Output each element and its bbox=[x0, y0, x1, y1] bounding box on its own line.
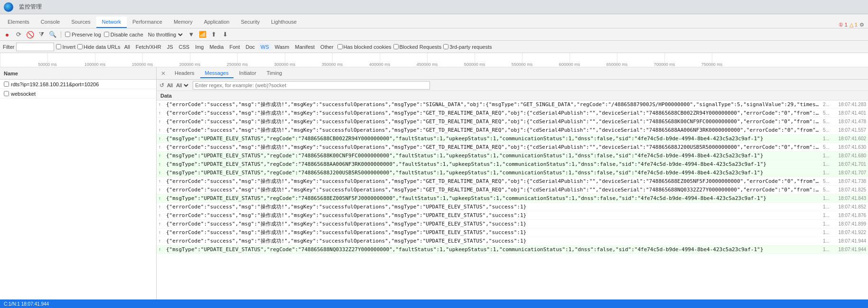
separator-1 bbox=[61, 31, 61, 38]
warning-badge: △ 1 bbox=[849, 22, 858, 28]
filter-input[interactable] bbox=[16, 43, 54, 51]
filter-tag-img[interactable]: Img bbox=[193, 44, 205, 50]
row-arrow: ↑ bbox=[159, 170, 165, 175]
row-content: {"msgType":"UPDATE_ELEV_STATUS","regCode… bbox=[166, 195, 819, 201]
row-length: 5... bbox=[820, 119, 830, 124]
data-row[interactable]: ↑{"errorCode":"success","msg":"操作成功!","m… bbox=[157, 177, 868, 186]
filter-tag-css[interactable]: CSS bbox=[177, 44, 192, 50]
preserve-log-checkbox[interactable]: Preserve log bbox=[65, 32, 101, 37]
wifi-icon: 📶 bbox=[198, 30, 207, 39]
name-item-0[interactable]: rdts?ip=192.168.100.211&port=10206 bbox=[0, 80, 156, 89]
name-item-1[interactable]: websocket bbox=[0, 89, 156, 99]
data-header: Data bbox=[157, 91, 868, 100]
tab-sources[interactable]: Sources bbox=[65, 17, 96, 28]
row-content: {"errorCode":"success","msg":"操作成功!","ms… bbox=[166, 220, 819, 227]
refresh-stop-button[interactable]: ⟳ bbox=[14, 30, 23, 39]
row-time: 18:07:41.899 bbox=[831, 221, 866, 226]
data-row[interactable]: ↑{"msgType":"UPDATE_ELEV_STATUS","regCod… bbox=[157, 194, 868, 203]
tab-console[interactable]: Console bbox=[35, 17, 65, 28]
data-row[interactable]: ↑{"errorCode":"success","msg":"操作成功!","m… bbox=[157, 203, 868, 211]
import-button[interactable]: ⬆ bbox=[210, 30, 218, 39]
close-detail-button[interactable]: ✕ bbox=[159, 70, 167, 77]
filter-button[interactable]: ⧩ bbox=[37, 30, 46, 39]
messages-regex-input[interactable] bbox=[193, 81, 430, 90]
filter-tag-font[interactable]: Font bbox=[227, 44, 242, 50]
row-time: 18:07:41.852 bbox=[831, 204, 866, 209]
filter-tag-all[interactable]: All bbox=[122, 44, 132, 50]
row-arrow: ↑ bbox=[159, 119, 165, 124]
tab-timing[interactable]: Timing bbox=[262, 69, 287, 78]
search-button[interactable]: 🔍 bbox=[48, 30, 57, 39]
tab-headers[interactable]: Headers bbox=[170, 69, 199, 78]
clear-button[interactable]: 🚫 bbox=[26, 30, 34, 39]
browser-logo bbox=[4, 2, 13, 12]
name-item-text-0: rdts?ip=192.168.100.211&port=10206 bbox=[11, 82, 99, 87]
data-row[interactable]: ↑{"errorCode":"success","msg":"操作成功!","m… bbox=[157, 118, 868, 126]
settings-icon[interactable]: ⚙ bbox=[859, 22, 864, 28]
name-checkbox-0[interactable] bbox=[4, 82, 9, 87]
row-content: {"msgType":"UPDATE_ELEV_STATUS","regCode… bbox=[166, 153, 819, 159]
data-row[interactable]: ↑{"errorCode":"success","msg":"操作成功!","m… bbox=[157, 220, 868, 228]
row-arrow: ↑ bbox=[159, 102, 165, 107]
filter-tag-doc[interactable]: Doc bbox=[243, 44, 257, 50]
data-row[interactable]: ↑{"errorCode":"success","msg":"操作成功!","m… bbox=[157, 186, 868, 194]
has-blocked-cookies-checkbox[interactable]: Has blocked cookies bbox=[337, 44, 392, 50]
filter-tag-fetch-xhr[interactable]: Fetch/XHR bbox=[134, 44, 163, 50]
blocked-requests-checkbox[interactable]: Blocked Requests bbox=[393, 44, 442, 50]
filter-tag-manifest[interactable]: Manifest bbox=[293, 44, 317, 50]
tab-security[interactable]: Security bbox=[235, 17, 265, 28]
filter-tag-media[interactable]: Media bbox=[207, 44, 225, 50]
row-length: 5... bbox=[820, 145, 830, 150]
tab-messages[interactable]: Messages bbox=[200, 69, 233, 78]
tab-elements[interactable]: Elements bbox=[2, 17, 35, 28]
status-bar: C:1/N:1 18:07:41.944 bbox=[0, 299, 868, 308]
throttle-dropdown-icon[interactable]: ▼ bbox=[187, 30, 196, 39]
row-arrow: ↑ bbox=[159, 179, 165, 184]
tab-performance[interactable]: Performance bbox=[127, 17, 168, 28]
row-length: 1... bbox=[820, 162, 830, 167]
record-button[interactable]: ● bbox=[3, 30, 11, 39]
throttle-select[interactable]: No throttling bbox=[146, 31, 184, 38]
data-row[interactable]: ↑{"msgType":"UPDATE_ELEV_STATUS","regCod… bbox=[157, 245, 868, 254]
filter-tag-wasm[interactable]: Wasm bbox=[273, 44, 291, 50]
messages-filter-dropdown[interactable]: All bbox=[174, 82, 190, 89]
data-row[interactable]: ↑{"msgType":"UPDATE_ELEV_STATUS","regCod… bbox=[157, 152, 868, 160]
filter-label: Filter bbox=[3, 44, 14, 50]
row-length: 5... bbox=[820, 127, 830, 133]
filter-bar: Filter Invert Hide data URLs All Fetch/X… bbox=[0, 41, 868, 53]
hide-data-urls-checkbox[interactable]: Hide data URLs bbox=[77, 44, 121, 50]
data-row[interactable]: ↑{"errorCode":"success","msg":"操作成功!","m… bbox=[157, 228, 868, 237]
row-arrow: ↑ bbox=[159, 247, 165, 252]
tab-network[interactable]: Network bbox=[96, 17, 127, 28]
devtools-panel: Elements Console Sources Network Perform… bbox=[0, 14, 868, 308]
data-section[interactable]: Data ↑{"errorCode":"success","msg":"操作成功… bbox=[157, 91, 868, 299]
invert-checkbox[interactable]: Invert bbox=[56, 44, 75, 50]
export-button[interactable]: ⬇ bbox=[221, 30, 230, 39]
tab-lighthouse[interactable]: Lighthouse bbox=[265, 17, 302, 28]
row-length: 1... bbox=[820, 170, 830, 175]
tab-application[interactable]: Application bbox=[198, 17, 235, 28]
data-row[interactable]: ↑{"msgType":"UPDATE_ELEV_STATUS","regCod… bbox=[157, 160, 868, 169]
data-row[interactable]: ↑{"errorCode":"success","msg":"操作成功!","m… bbox=[157, 237, 868, 245]
data-row[interactable]: ↑{"errorCode":"success","msg":"操作成功!","m… bbox=[157, 109, 868, 118]
data-row[interactable]: ↑{"errorCode":"success","msg":"操作成功!","m… bbox=[157, 211, 868, 220]
filter-tag-other[interactable]: Other bbox=[318, 44, 336, 50]
data-row[interactable]: ↑{"msgType":"UPDATE_ELEV_STATUS","regCod… bbox=[157, 169, 868, 177]
data-row[interactable]: ↑{"errorCode":"success","msg":"操作成功!","m… bbox=[157, 126, 868, 135]
tab-memory[interactable]: Memory bbox=[168, 17, 198, 28]
tab-initiator[interactable]: Initiator bbox=[234, 69, 261, 78]
data-row[interactable]: ↑{"errorCode":"success","msg":"操作成功!","m… bbox=[157, 143, 868, 152]
third-party-checkbox[interactable]: 3rd-party requests bbox=[443, 44, 492, 50]
row-arrow: ↑ bbox=[159, 213, 165, 218]
row-content: {"errorCode":"success","msg":"操作成功!","ms… bbox=[166, 237, 819, 245]
messages-filter-all: All All bbox=[167, 82, 190, 89]
data-row[interactable]: ↑{"msgType":"UPDATE_ELEV_STATUS","regCod… bbox=[157, 135, 868, 143]
filter-tag-js[interactable]: JS bbox=[165, 44, 175, 50]
row-content: {"errorCode":"success","msg":"操作成功!","ms… bbox=[166, 127, 819, 134]
row-time: 18:07:41.557 bbox=[831, 127, 866, 133]
refresh-messages-icon[interactable]: ↺ bbox=[159, 82, 164, 89]
data-row[interactable]: ↑{"errorCode":"success","msg":"操作成功!","m… bbox=[157, 100, 868, 109]
filter-tag-ws[interactable]: WS bbox=[259, 44, 271, 50]
disable-cache-checkbox[interactable]: Disable cache bbox=[104, 32, 143, 37]
name-checkbox-1[interactable] bbox=[4, 91, 9, 96]
